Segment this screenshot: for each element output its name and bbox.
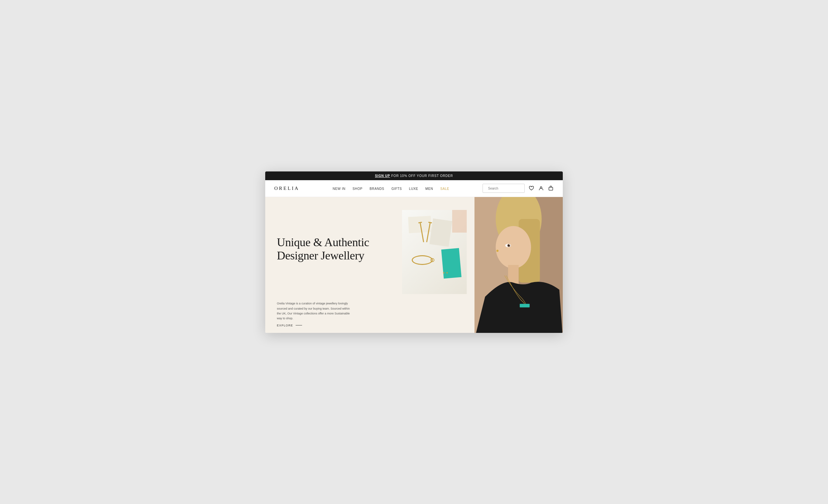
announcement-bar: SIGN UP FOR 10% OFF YOUR FIRST ORDER xyxy=(265,171,563,180)
signup-link[interactable]: SIGN UP xyxy=(375,174,390,178)
search-input[interactable] xyxy=(488,187,521,190)
geo-shape-peach xyxy=(452,210,467,233)
announcement-text: FOR 10% OFF YOUR FIRST ORDER xyxy=(391,174,453,178)
model-photo xyxy=(474,197,563,333)
geo-shape-2 xyxy=(429,218,453,247)
account-icon[interactable] xyxy=(538,185,544,191)
nav-icons xyxy=(483,184,554,193)
navbar: ORELIA NEW IN SHOP BRANDS GIFTS LUXE MEN… xyxy=(265,180,563,197)
cart-icon[interactable] xyxy=(548,185,554,191)
svg-point-15 xyxy=(509,244,510,245)
nav-item-sale[interactable]: SALE xyxy=(440,187,449,191)
search-bar[interactable] xyxy=(483,184,525,193)
nav-item-men[interactable]: MEN xyxy=(425,187,433,191)
hero-content: Unique & Authentic Designer Jewellery Or… xyxy=(265,197,420,333)
hero-right: ✦✦ xyxy=(402,197,563,333)
hero-title: Unique & Authentic Designer Jewellery xyxy=(277,236,408,263)
svg-point-10 xyxy=(496,250,499,252)
svg-rect-11 xyxy=(520,304,530,307)
logo[interactable]: ORELIA xyxy=(274,186,299,191)
nav-item-gifts[interactable]: GIFTS xyxy=(391,187,402,191)
hero-section: Unique & Authentic Designer Jewellery Or… xyxy=(265,197,563,333)
nav-item-shop[interactable]: SHOP xyxy=(353,187,363,191)
svg-point-8 xyxy=(496,226,531,268)
small-pendant: ✦✦ xyxy=(443,271,449,275)
wishlist-icon[interactable] xyxy=(529,185,534,191)
hero-description: Orelia Vintage is a curation of vintage … xyxy=(277,301,355,321)
nav-item-brands[interactable]: BRANDS xyxy=(370,187,384,191)
model-silhouette xyxy=(474,197,563,333)
nav-item-new-in[interactable]: NEW IN xyxy=(332,187,345,191)
svg-rect-3 xyxy=(549,187,553,190)
nav-links: NEW IN SHOP BRANDS GIFTS LUXE MEN SALE xyxy=(332,185,449,191)
browser-window: SIGN UP FOR 10% OFF YOUR FIRST ORDER ORE… xyxy=(265,171,563,333)
nav-item-luxe[interactable]: LUXE xyxy=(409,187,418,191)
